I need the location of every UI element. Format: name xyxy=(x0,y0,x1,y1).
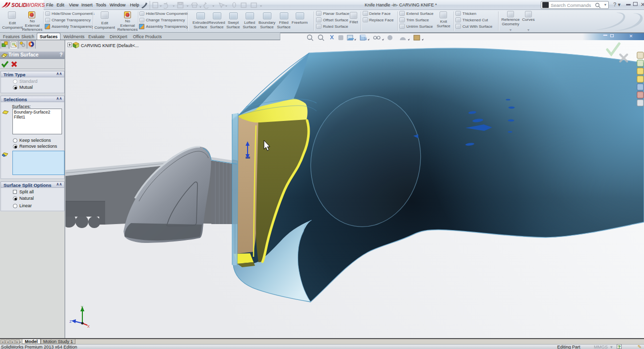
svg-text:Y: Y xyxy=(81,305,83,309)
svg-text:WORKS: WORKS xyxy=(26,2,45,8)
svg-text:Z: Z xyxy=(69,320,72,323)
svg-text:CARVING KNIFE (Default<...: CARVING KNIFE (Default<... xyxy=(81,43,139,48)
svg-text:X: X xyxy=(87,325,90,328)
svg-text:SOLID: SOLID xyxy=(11,2,27,8)
